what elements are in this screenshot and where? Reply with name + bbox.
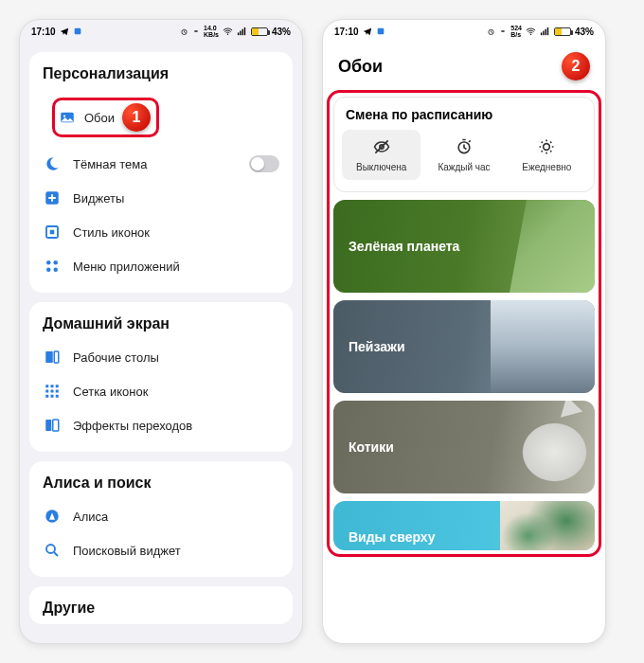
signal-icon bbox=[540, 27, 550, 37]
highlight-wallpaper[interactable]: Обои 1 bbox=[52, 98, 159, 137]
svg-point-15 bbox=[54, 268, 59, 273]
section-alice-search: Алиса и поиск Алиса Поисковый виджет bbox=[29, 461, 293, 577]
svg-rect-4 bbox=[240, 30, 241, 35]
phone-screenshot-2: 17:10 524B/s 43% bbox=[322, 19, 606, 644]
row-dark-theme[interactable]: Тёмная тема bbox=[29, 147, 293, 181]
grid-circles-icon bbox=[43, 257, 62, 276]
wifi-icon bbox=[223, 27, 233, 37]
svg-rect-36 bbox=[545, 28, 546, 34]
stopwatch-icon bbox=[455, 137, 474, 158]
svg-rect-34 bbox=[541, 32, 542, 35]
signal-icon bbox=[237, 27, 247, 37]
grid-icon bbox=[43, 382, 62, 401]
alarm-icon bbox=[487, 27, 495, 36]
section-title-other: Другие bbox=[29, 596, 293, 624]
svg-rect-5 bbox=[242, 28, 242, 34]
search-icon bbox=[43, 541, 62, 560]
wallpaper-card-green-planet[interactable]: Зелёная планета bbox=[333, 200, 595, 293]
row-wallpaper-highlighted: Обои 1 bbox=[39, 90, 283, 145]
svg-rect-21 bbox=[45, 390, 48, 393]
svg-rect-17 bbox=[54, 351, 59, 363]
option-label: Каждый час bbox=[438, 162, 490, 172]
schedule-option-daily[interactable]: Ежедневно bbox=[508, 130, 586, 180]
wallpaper-title: Пейзажи bbox=[349, 339, 405, 354]
section-other: Другие bbox=[29, 586, 293, 624]
svg-rect-24 bbox=[45, 395, 48, 398]
row-label: Алиса bbox=[73, 510, 279, 524]
svg-rect-23 bbox=[56, 390, 59, 393]
alarm-icon bbox=[180, 27, 188, 36]
schedule-card: Смена по расписанию Выключена Каждый час bbox=[333, 97, 595, 192]
page-header: Обои 2 bbox=[323, 43, 605, 90]
step-badge-1: 1 bbox=[122, 103, 151, 132]
section-title-personalization: Персонализация bbox=[29, 62, 293, 90]
wallpaper-title: Зелёная планета bbox=[349, 239, 459, 254]
wallpaper-card-cats[interactable]: Котики bbox=[333, 401, 595, 493]
row-label: Обои bbox=[84, 111, 115, 125]
option-label: Ежедневно bbox=[522, 162, 571, 172]
transition-icon bbox=[43, 416, 62, 435]
plus-square-icon bbox=[43, 188, 62, 207]
row-label: Стиль иконок bbox=[73, 225, 279, 240]
row-label: Виджеты bbox=[73, 191, 279, 206]
eye-off-icon bbox=[372, 137, 391, 158]
schedule-option-off[interactable]: Выключена bbox=[342, 130, 420, 180]
svg-rect-25 bbox=[51, 395, 54, 398]
row-transition-effects[interactable]: Эффекты переходов bbox=[29, 408, 293, 442]
highlight-wallpaper-panel: Смена по расписанию Выключена Каждый час bbox=[327, 90, 601, 557]
status-bar: 17:10 14.0KB/s 43% bbox=[20, 20, 302, 43]
data-speed: 14.0KB/s bbox=[204, 25, 219, 38]
data-speed-icon bbox=[192, 27, 200, 35]
svg-rect-3 bbox=[238, 32, 239, 35]
svg-rect-27 bbox=[45, 420, 51, 431]
svg-rect-6 bbox=[244, 27, 245, 34]
square-dot-icon bbox=[43, 223, 62, 242]
svg-point-13 bbox=[54, 260, 59, 265]
notification-icon bbox=[376, 27, 385, 36]
telegram-icon bbox=[60, 27, 69, 36]
alice-icon bbox=[43, 507, 62, 526]
svg-rect-26 bbox=[56, 395, 59, 398]
wallpaper-card-landscapes[interactable]: Пейзажи bbox=[333, 300, 595, 393]
svg-rect-20 bbox=[56, 385, 59, 387]
row-label: Сетка иконок bbox=[73, 385, 279, 399]
step-badge-2: 2 bbox=[562, 52, 590, 81]
status-bar: 17:10 524B/s 43% bbox=[323, 20, 605, 43]
row-alice[interactable]: Алиса bbox=[29, 499, 293, 533]
row-search-widget[interactable]: Поисковый виджет bbox=[29, 533, 293, 567]
telegram-icon bbox=[363, 27, 372, 36]
row-label: Поисковый виджет bbox=[73, 544, 279, 558]
data-speed-icon bbox=[499, 27, 507, 35]
row-desktops[interactable]: Рабочие столы bbox=[29, 340, 293, 374]
wallpaper-card-top-views[interactable]: Виды сверху bbox=[333, 501, 595, 550]
row-widgets[interactable]: Виджеты bbox=[29, 181, 293, 215]
section-title-alice: Алиса и поиск bbox=[29, 471, 293, 499]
svg-point-8 bbox=[63, 115, 65, 116]
row-label: Рабочие столы bbox=[73, 350, 279, 365]
svg-rect-28 bbox=[53, 420, 59, 431]
schedule-title: Смена по расписанию bbox=[334, 98, 594, 130]
row-label: Эффекты переходов bbox=[73, 419, 279, 433]
row-label: Тёмная тема bbox=[73, 157, 238, 171]
svg-rect-35 bbox=[543, 30, 544, 35]
wallpaper-title: Котики bbox=[349, 439, 394, 455]
svg-point-14 bbox=[46, 268, 51, 273]
svg-rect-37 bbox=[547, 27, 548, 34]
battery-icon bbox=[554, 27, 571, 36]
dark-theme-toggle[interactable] bbox=[249, 155, 279, 172]
row-icon-style[interactable]: Стиль иконок bbox=[29, 215, 293, 249]
row-icon-grid[interactable]: Сетка иконок bbox=[29, 374, 293, 408]
svg-rect-11 bbox=[50, 230, 55, 235]
svg-rect-19 bbox=[51, 385, 54, 387]
schedule-option-hourly[interactable]: Каждый час bbox=[424, 130, 503, 180]
row-app-menu[interactable]: Меню приложений bbox=[29, 249, 293, 283]
notification-icon bbox=[73, 27, 82, 36]
section-title-home: Домашний экран bbox=[29, 312, 293, 340]
schedule-options: Выключена Каждый час Ежедневно bbox=[334, 130, 594, 191]
status-time: 17:10 bbox=[31, 27, 56, 37]
row-label: Меню приложений bbox=[73, 260, 279, 274]
section-home-screen: Домашний экран Рабочие столы Сетка иконо… bbox=[29, 302, 293, 452]
svg-rect-31 bbox=[377, 28, 384, 35]
battery-icon bbox=[251, 27, 268, 36]
battery-percent: 43% bbox=[272, 27, 291, 37]
